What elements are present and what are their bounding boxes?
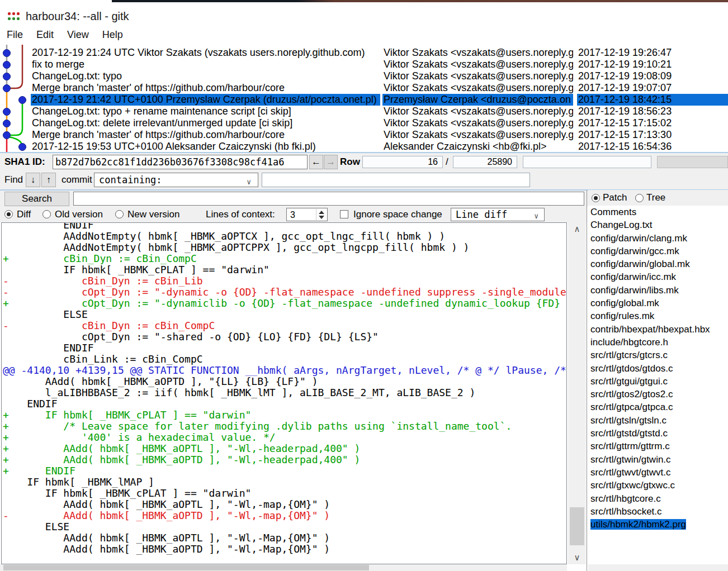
diff-horizontal-scrollbar[interactable]	[0, 564, 567, 571]
lines-of-context-spinner[interactable]: 3	[286, 208, 328, 221]
file-list-item[interactable]: src/rtl/gtdos/gtdos.c	[588, 362, 728, 375]
commit-row-message[interactable]: Merge branch 'master' of https://github.…	[31, 82, 380, 94]
file-list-item[interactable]: src/rtl/gtos2/gtos2.c	[588, 388, 728, 401]
commit-row-date[interactable]: 2017-12-15 17:13:30	[577, 129, 728, 141]
commit-row-date[interactable]: 2017-12-19 18:42:15	[577, 94, 728, 106]
commit-row-author[interactable]: Viktor Szakats <vszakats@users.noreply.g	[382, 129, 573, 141]
commit-row-message[interactable]: 2017-12-19 21:24 UTC Viktor Szakats (vsz…	[31, 47, 380, 59]
tree-radio[interactable]	[635, 194, 644, 202]
diff-view[interactable]: ENDIF AAddNotEmpty( hbmk[ _HBMK_aOPTCX ]…	[1, 222, 567, 564]
forward-button[interactable]: →	[324, 155, 338, 169]
diff-line-ctx: l_aLIBHBBASE_2 := iif( hbmk[ _HBMK_lMT ]…	[3, 387, 567, 398]
sha1-bar: SHA1 ID: ← → Row 16 / 25890	[0, 153, 728, 171]
menu-edit[interactable]: Edit	[30, 27, 60, 41]
scroll-up-icon[interactable]: ∧	[568, 222, 586, 236]
file-list-item[interactable]: src/rtl/gtxwc/gtxwc.c	[588, 479, 728, 492]
commit-row-date[interactable]: 2017-12-19 18:56:23	[577, 106, 728, 117]
find-query-input[interactable]	[262, 173, 530, 187]
file-list-item[interactable]: config/darwin/libs.mk	[588, 284, 728, 297]
commit-row-author[interactable]: Przemysław Czerpak <druzus@poczta.on	[382, 94, 573, 106]
patch-radio-label: Patch	[603, 190, 627, 206]
commit-row-author[interactable]: Viktor Szakats <vszakats@users.noreply.g	[382, 70, 573, 82]
find-up-button[interactable]: ↑	[41, 173, 56, 187]
sha1-input[interactable]	[53, 155, 308, 169]
progress-bar	[657, 156, 728, 168]
commit-row-message[interactable]: ChangeLog.txt: delete irrelevant/unmerge…	[31, 117, 380, 129]
find-down-button[interactable]: ↓	[26, 173, 40, 187]
file-list-item[interactable]: include/hbgtcore.h	[588, 336, 728, 349]
commit-row-message[interactable]: ChangeLog.txt: typo	[31, 70, 380, 82]
commit-row-message[interactable]: 2017-12-15 19:53 UTC+0100 Aleksander Cza…	[31, 141, 380, 153]
scroll-down-icon[interactable]: ∨	[568, 551, 586, 564]
file-list-item[interactable]: src/rtl/gtcrs/gtcrs.c	[588, 349, 728, 361]
commit-row-author[interactable]: Aleksander Czaiczynski <hb@fki.pl>	[382, 141, 573, 153]
file-list-item[interactable]: config/darwin/gcc.mk	[588, 245, 728, 258]
commit-row-date[interactable]: 2017-12-19 19:08:09	[577, 70, 728, 82]
menu-view[interactable]: View	[60, 27, 96, 41]
commit-row-date[interactable]: 2017-12-15 17:15:02	[577, 117, 728, 129]
search-button[interactable]: Search	[4, 192, 69, 206]
commit-row-message[interactable]: 2017-12-19 21:42 UTC+0100 Przemyslaw Cze…	[31, 94, 380, 106]
diff-line-add: + /* Leave space for later modifying .dy…	[3, 421, 567, 432]
commit-row-message[interactable]: Merge branch 'master' of https://github.…	[31, 129, 380, 141]
file-list-item[interactable]: src/rtl/gtwvt/gtwvt.c	[588, 466, 728, 479]
file-name: src/rtl/gtos2/gtos2.c	[590, 389, 673, 399]
scrollbar-thumb[interactable]	[570, 507, 584, 545]
file-list-item[interactable]: Comments	[588, 206, 728, 218]
menu-file[interactable]: File	[0, 27, 30, 41]
file-list-item[interactable]: src/rtl/gtgui/gtgui.c	[588, 375, 728, 388]
commit-row-message[interactable]: ChangeLog.txt: typo + rename maintenance…	[31, 106, 380, 117]
ignore-space-checkbox[interactable]	[340, 210, 348, 218]
commit-row-author[interactable]: Viktor Szakats <vszakats@users.noreply.g	[382, 59, 573, 70]
file-list-item[interactable]: ChangeLog.txt	[588, 218, 728, 231]
commit-row-date[interactable]: 2017-12-15 16:54:36	[577, 141, 728, 153]
file-list-item[interactable]: src/rtl/gtsln/gtsln.c	[588, 414, 728, 427]
commit-row-date[interactable]: 2017-12-19 19:07:07	[577, 82, 728, 94]
diff-line-add: + AAdd( hbmk[ _HBMK_aOPTD ], "-Wl,-heade…	[3, 454, 567, 465]
file-list-item[interactable]: config/darwin/clang.mk	[588, 232, 728, 245]
diff-line-ctx: cBin_Link := cBin_CompC	[3, 354, 567, 365]
diff-line-ctx: ELSE	[3, 309, 567, 320]
commit-row-date[interactable]: 2017-12-19 19:10:21	[577, 59, 728, 70]
commit-row-author[interactable]: Viktor Szakats <vszakats@users.noreply.g	[382, 117, 573, 129]
find-bar: Find ↓ ↑ commit containing: ∨	[0, 171, 728, 189]
file-list-item[interactable]: src/rtl/gtstd/gtstd.c	[588, 427, 728, 440]
file-list-item[interactable]: src/rtl/hbgtcore.c	[588, 492, 728, 505]
diff-radio[interactable]	[4, 210, 13, 218]
match-mode-dropdown[interactable]: containing: ∨	[94, 173, 258, 187]
file-list-item[interactable]: src/rtl/gtpca/gtpca.c	[588, 401, 728, 413]
file-list-item[interactable]: config/darwin/icc.mk	[588, 270, 728, 283]
file-list-item[interactable]: config/darwin/global.mk	[588, 258, 728, 270]
file-list-item[interactable]: config/global.mk	[588, 297, 728, 310]
back-button[interactable]: ←	[309, 155, 323, 169]
file-list-item[interactable]: contrib/hbexpat/hbexpat.hbx	[588, 323, 728, 336]
file-list-item[interactable]: src/rtl/hbsocket.c	[588, 505, 728, 518]
diff-mode-dropdown[interactable]: Line diff ∨	[451, 208, 545, 221]
search-input[interactable]	[73, 192, 584, 206]
diff-vertical-scrollbar[interactable]: ∧ ∨	[568, 222, 586, 564]
menu-help[interactable]: Help	[96, 27, 130, 41]
spinner-arrows-icon[interactable]	[316, 209, 327, 220]
scrollbar-thumb[interactable]	[3, 565, 369, 570]
file-list-item[interactable]: src/rtl/gtwin/gtwin.c	[588, 453, 728, 466]
diff-line-ctx: cOpt_Dyn := "-shared -o {OD} {LO} {FD} {…	[3, 331, 567, 342]
commit-row-author[interactable]: Viktor Szakats <vszakats@users.noreply.g	[382, 82, 573, 94]
file-list-bottom-strip	[588, 564, 728, 571]
file-list-item[interactable]: src/rtl/gttrm/gttrm.c	[588, 440, 728, 453]
file-name: src/rtl/hbsocket.c	[590, 506, 662, 517]
file-name: config/darwin/clang.mk	[590, 233, 687, 244]
file-name: src/rtl/gtpca/gtpca.c	[590, 402, 673, 412]
diff-line-ctx: ENDIF	[3, 342, 567, 354]
commit-row-date[interactable]: 2017-12-19 19:26:47	[577, 47, 728, 59]
commit-list[interactable]: 2017-12-19 21:24 UTC Viktor Szakats (vsz…	[0, 45, 728, 153]
commit-row-author[interactable]: Viktor Szakats <vszakats@users.noreply.g	[382, 106, 573, 117]
file-list-item[interactable]: utils/hbmk2/hbmk2.prg	[588, 518, 728, 531]
commit-row-author[interactable]: Viktor Szakats <vszakats@users.noreply.g	[382, 47, 573, 59]
commit-row-message[interactable]: fix to merge	[31, 59, 380, 70]
file-list-item[interactable]: config/rules.mk	[588, 310, 728, 322]
old-version-radio[interactable]	[42, 210, 51, 218]
diff-radio-label: Diff	[17, 207, 31, 222]
patch-radio[interactable]	[592, 194, 600, 202]
file-list[interactable]: CommentsChangeLog.txtconfig/darwin/clang…	[588, 206, 728, 564]
new-version-radio[interactable]	[115, 210, 124, 218]
